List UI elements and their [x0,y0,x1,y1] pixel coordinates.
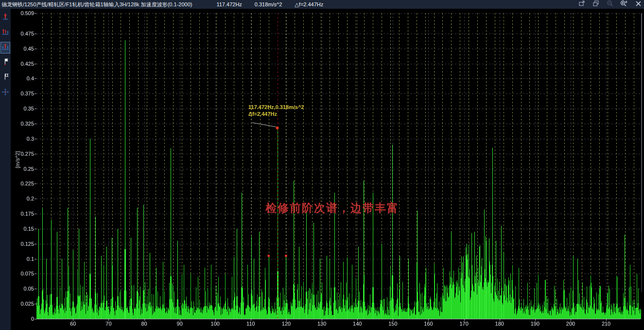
window-title: 德龙钢铁/1250产线/精轧区/F1轧机/齿轮箱1轴输入3H/128k 加速度波… [0,1,192,8]
delta-frequency-readout: △f=2.447Hz [295,1,323,8]
sideband-cursor-button[interactable] [0,42,10,54]
flag-marker-button[interactable] [0,57,10,69]
cursor-frequency-readout: 117.472Hz [216,1,242,8]
harmonic-cursor-icon [1,27,9,38]
harmonic-cursor-button[interactable] [0,27,10,38]
single-cursor-icon [1,12,9,23]
tile-window-icon [592,0,599,9]
single-cursor-button[interactable] [0,12,10,23]
flag-icon [1,57,9,68]
title-bar: 德龙钢铁/1250产线/精轧区/F1轧机/齿轮箱1轴输入3H/128k 加速度波… [0,0,644,9]
tile-windows-button[interactable] [592,0,600,8]
flag-marker-outline-button[interactable] [0,72,10,84]
window-right-edge [641,13,642,292]
zoom-out-button[interactable] [606,0,614,8]
zoom-fit-button[interactable] [620,0,628,8]
pan-icon [1,88,9,98]
close-icon [635,0,642,9]
cascade-windows-button[interactable] [578,0,586,8]
close-button[interactable] [634,0,642,8]
pan-move-button[interactable] [0,87,10,99]
zoom-fit-icon [620,0,628,9]
zoom-out-icon [607,0,613,9]
sideband-cursor-icon [1,42,9,53]
window-controls [578,0,642,9]
spectrum-plot[interactable] [0,0,644,330]
left-toolbar [0,9,11,330]
flag-outline-icon [1,73,9,83]
cursor-amplitude-readout: 0.318m/s^2 [255,1,282,8]
app-window: [m/s^2] 117.472Hz,0.318m/s^2 Δf=2.447Hz … [0,0,644,330]
cascade-window-icon [578,0,585,9]
cursor-readouts: 117.472Hz 0.318m/s^2 △f=2.447Hz [216,1,323,8]
